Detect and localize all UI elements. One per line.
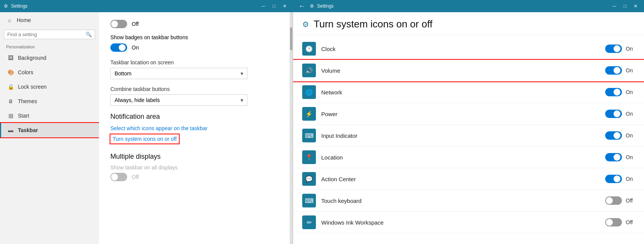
volume-toggle[interactable] bbox=[605, 66, 622, 75]
sidebar-taskbar-label: Taskbar bbox=[18, 127, 38, 133]
power-toggle[interactable] bbox=[605, 110, 622, 118]
volume-toggle-label: On bbox=[626, 67, 635, 73]
combine-chevron-icon: ▾ bbox=[241, 97, 243, 103]
action-center-icon-badge: 💬 bbox=[302, 172, 316, 186]
location-row: 📍 Location On bbox=[293, 147, 644, 168]
network-toggle-label: On bbox=[626, 89, 635, 95]
clock-icon-badge: 🕐 bbox=[302, 42, 316, 56]
action-center-label: Action Center bbox=[321, 176, 600, 182]
input-indicator-toggle-area: On bbox=[605, 131, 635, 140]
location-chevron-icon: ▾ bbox=[241, 70, 243, 77]
background-icon: 🖼 bbox=[7, 54, 14, 61]
sidebar-item-lock-screen[interactable]: 🔒 Lock screen bbox=[0, 80, 99, 94]
power-toggle-area: On bbox=[605, 110, 635, 118]
network-row: 🌐 Network On bbox=[293, 81, 644, 103]
power-icon: ⚡ bbox=[305, 110, 313, 118]
search-input[interactable] bbox=[7, 32, 83, 37]
location-dropdown[interactable]: Bottom ▾ bbox=[110, 68, 247, 79]
network-toggle[interactable] bbox=[605, 88, 622, 96]
action-center-icon: 💬 bbox=[305, 175, 313, 183]
home-icon: ⌂ bbox=[6, 17, 13, 24]
windows-ink-row: ✏ Windows Ink Workspace Off bbox=[293, 212, 644, 233]
lock-icon: 🔒 bbox=[7, 83, 14, 90]
sidebar-item-taskbar[interactable]: ▬ Taskbar bbox=[0, 123, 99, 137]
multiple-toggle-row: Off bbox=[110, 173, 278, 181]
sidebar-item-home[interactable]: ⌂ Home bbox=[0, 12, 99, 28]
left-minimize-button[interactable]: ─ bbox=[259, 2, 268, 11]
settings-icon-right: ⚙ bbox=[310, 3, 314, 9]
location-icon-badge: 📍 bbox=[302, 150, 316, 164]
show-taskbar-label: Show taskbar on all displays bbox=[110, 164, 278, 171]
left-window-title: Settings bbox=[11, 3, 259, 9]
windows-ink-icon: ✏ bbox=[307, 219, 312, 226]
action-center-toggle[interactable] bbox=[605, 175, 622, 183]
location-label: Taskbar location on screen bbox=[110, 59, 278, 65]
badges-toggle-label: On bbox=[132, 45, 139, 51]
touch-keyboard-toggle[interactable] bbox=[605, 196, 622, 205]
turn-system-icons-link[interactable]: Turn system icons on or off bbox=[110, 134, 179, 144]
sidebar-lock-label: Lock screen bbox=[18, 84, 46, 90]
action-center-toggle-label: On bbox=[626, 176, 635, 182]
sidebar-item-themes[interactable]: 🖥 Themes bbox=[0, 94, 99, 108]
badges-toggle[interactable] bbox=[110, 43, 127, 52]
action-center-toggle-area: On bbox=[605, 175, 635, 183]
input-indicator-toggle[interactable] bbox=[605, 131, 622, 140]
power-icon-badge: ⚡ bbox=[302, 107, 316, 121]
left-scrollbar[interactable] bbox=[290, 12, 293, 244]
multiple-displays-toggle[interactable] bbox=[110, 173, 127, 181]
back-button[interactable]: ← bbox=[297, 2, 307, 10]
right-close-button[interactable]: ✕ bbox=[631, 2, 640, 11]
input-indicator-label: Input Indicator bbox=[321, 132, 600, 139]
right-scroll-area: 🕐 Clock On 🔊 Volume bbox=[293, 35, 644, 244]
personalization-label: Personalization bbox=[0, 42, 99, 51]
input-indicator-icon: ⌨ bbox=[305, 132, 314, 139]
taskbar-icon: ▬ bbox=[7, 127, 14, 134]
left-close-button[interactable]: ✕ bbox=[280, 2, 289, 11]
multiple-displays-title: Multiple displays bbox=[110, 153, 278, 161]
right-maximize-button[interactable]: □ bbox=[620, 2, 630, 11]
power-label: Power bbox=[321, 111, 600, 117]
input-indicator-row: ⌨ Input Indicator On bbox=[293, 125, 644, 147]
touch-keyboard-icon-badge: ⌨ bbox=[302, 194, 316, 207]
input-indicator-icon-badge: ⌨ bbox=[302, 129, 316, 142]
sidebar-colors-label: Colors bbox=[18, 69, 33, 75]
windows-ink-label: Windows Ink Workspace bbox=[321, 219, 600, 226]
sidebar-background-label: Background bbox=[18, 55, 46, 61]
sidebar-item-start[interactable]: ⊞ Start bbox=[0, 108, 99, 123]
right-title-bar: ← ⚙ Settings ─ □ ✕ bbox=[293, 0, 644, 12]
clock-row: 🕐 Clock On bbox=[293, 38, 644, 60]
power-toggle-label: On bbox=[626, 111, 635, 117]
colors-icon: 🎨 bbox=[7, 69, 14, 76]
power-row: ⚡ Power On bbox=[293, 103, 644, 125]
sidebar-item-background[interactable]: 🖼 Background bbox=[0, 51, 99, 65]
windows-ink-toggle[interactable] bbox=[605, 218, 622, 226]
search-box[interactable]: 🔍 bbox=[4, 30, 95, 39]
clock-toggle[interactable] bbox=[605, 45, 622, 53]
top-toggle[interactable] bbox=[110, 20, 127, 28]
combine-value: Always, hide labels bbox=[115, 97, 160, 103]
select-icons-link[interactable]: Select which icons appear on the taskbar bbox=[110, 125, 278, 131]
right-minimize-button[interactable]: ─ bbox=[610, 2, 619, 11]
volume-icon: 🔊 bbox=[305, 67, 313, 74]
notification-area-title: Notification area bbox=[110, 113, 278, 121]
clock-toggle-area: On bbox=[605, 45, 635, 53]
right-window-title: Settings bbox=[317, 3, 610, 9]
left-maximize-button[interactable]: □ bbox=[269, 2, 279, 11]
touch-keyboard-label: Touch keyboard bbox=[321, 198, 600, 204]
badges-toggle-row: On bbox=[110, 43, 278, 52]
combine-dropdown[interactable]: Always, hide labels ▾ bbox=[110, 94, 247, 106]
clock-icon: 🕐 bbox=[305, 45, 313, 53]
location-toggle[interactable] bbox=[605, 153, 622, 161]
right-header-gear-icon: ⚙ bbox=[302, 20, 309, 29]
multiple-toggle-label: Off bbox=[132, 174, 139, 180]
left-scrollbar-thumb[interactable] bbox=[290, 27, 292, 50]
themes-icon: 🖥 bbox=[7, 98, 14, 105]
volume-label: Volume bbox=[321, 67, 600, 74]
settings-icon-left: ⚙ bbox=[4, 3, 8, 9]
sidebar-themes-label: Themes bbox=[18, 98, 37, 104]
clock-toggle-label: On bbox=[626, 46, 635, 52]
sidebar-start-label: Start bbox=[18, 113, 29, 119]
volume-row: 🔊 Volume On bbox=[293, 60, 644, 81]
sidebar-item-colors[interactable]: 🎨 Colors bbox=[0, 65, 99, 80]
top-toggle-row: Off bbox=[110, 20, 278, 28]
